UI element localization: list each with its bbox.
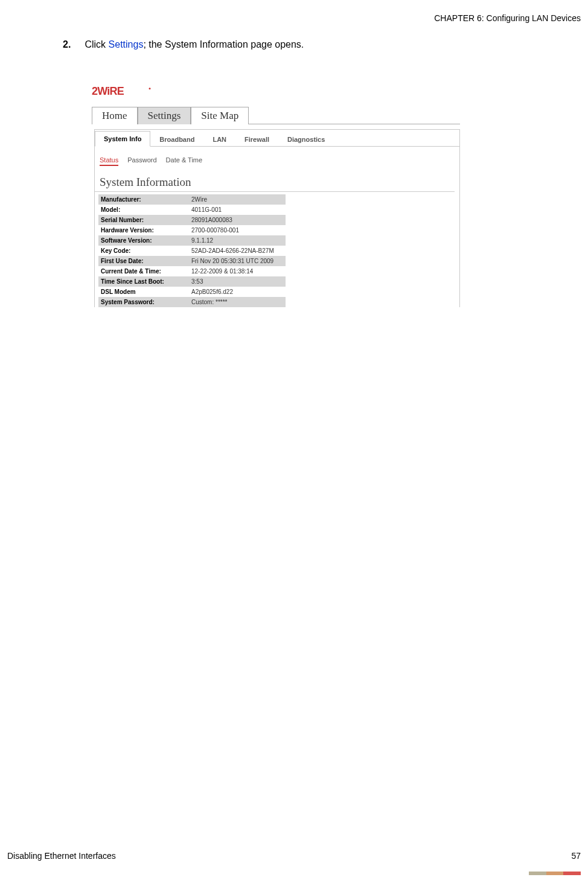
row-label: Current Date & Time:	[98, 266, 189, 276]
row-value: 3:53	[189, 276, 286, 287]
table-row: Manufacturer:2Wire	[98, 194, 286, 205]
row-label: First Use Date:	[98, 256, 189, 266]
two-wire-logo: 2WiRE	[92, 83, 460, 103]
subtab-system-info[interactable]: System Info	[95, 131, 150, 147]
row-label: DSL Modem	[98, 287, 189, 297]
row-value: 4011G-001	[189, 205, 286, 215]
row-label: Software Version:	[98, 235, 189, 246]
primary-tab-bar: Home Settings Site Map	[92, 106, 460, 124]
row-value: 28091A000083	[189, 215, 286, 225]
row-label: Time Since Last Boot:	[98, 276, 189, 287]
footer-color-bar	[529, 872, 581, 875]
table-row: Serial Number:28091A000083	[98, 215, 286, 225]
row-label: Model:	[98, 205, 189, 215]
step-text: Click Settings; the System Information p…	[85, 39, 304, 49]
row-label: Hardware Version:	[98, 225, 189, 235]
row-value: Custom: *****	[189, 297, 286, 307]
section-title: System Information	[95, 167, 455, 192]
nav-date-time[interactable]: Date & Time	[166, 156, 203, 164]
row-value: A2pB025f6.d22	[189, 287, 286, 297]
table-row: First Use Date:Fri Nov 20 05:30:31 UTC 2…	[98, 256, 286, 266]
subtab-lan[interactable]: LAN	[203, 132, 235, 147]
step-pre: Click	[85, 39, 108, 49]
row-label: Serial Number:	[98, 215, 189, 225]
row-value: Fri Nov 20 05:30:31 UTC 2009	[189, 256, 286, 266]
row-value: 12-22-2009 & 01:38:14	[189, 266, 286, 276]
nav-password[interactable]: Password	[127, 156, 156, 164]
table-row: Hardware Version:2700-000780-001	[98, 225, 286, 235]
secondary-tab-bar: System Info Broadband LAN Firewall Diagn…	[95, 130, 459, 147]
table-row: System Password:Custom: *****	[98, 297, 286, 307]
footer-section-title: Disabling Ethernet Interfaces	[7, 851, 116, 861]
tertiary-nav: Status Password Date & Time	[95, 147, 459, 167]
table-row: Time Since Last Boot:3:53	[98, 276, 286, 287]
step-number: 2.	[63, 39, 82, 50]
subtab-firewall[interactable]: Firewall	[235, 132, 278, 147]
table-row: Software Version:9.1.1.12	[98, 235, 286, 246]
svg-point-1	[149, 88, 151, 89]
row-label: Manufacturer:	[98, 194, 189, 205]
table-row: Current Date & Time:12-22-2009 & 01:38:1…	[98, 266, 286, 276]
table-row: Model:4011G-001	[98, 205, 286, 215]
table-row: Key Code:52AD-2AD4-6266-22NA-B27M	[98, 246, 286, 256]
svg-text:2WiRE: 2WiRE	[92, 85, 124, 97]
row-label: Key Code:	[98, 246, 189, 256]
system-info-table: Manufacturer:2WireModel:4011G-001Serial …	[98, 194, 286, 307]
table-row: DSL ModemA2pB025f6.d22	[98, 287, 286, 297]
screenshot-figure: 2WiRE Home Settings Site Map System Info…	[89, 78, 460, 356]
tab-home[interactable]: Home	[92, 107, 138, 124]
tab-settings[interactable]: Settings	[138, 107, 191, 124]
row-value: 2700-000780-001	[189, 225, 286, 235]
instruction-step: 2. Click Settings; the System Informatio…	[63, 39, 564, 50]
nav-status[interactable]: Status	[100, 156, 118, 166]
step-post: ; the System Information page opens.	[143, 39, 304, 49]
row-value: 2Wire	[189, 194, 286, 205]
chapter-header: CHAPTER 6: Configuring LAN Devices	[434, 13, 581, 23]
subtab-diagnostics[interactable]: Diagnostics	[278, 132, 334, 147]
tab-site-map[interactable]: Site Map	[191, 107, 249, 124]
subtab-broadband[interactable]: Broadband	[150, 132, 203, 147]
settings-panel: System Info Broadband LAN Firewall Diagn…	[94, 129, 460, 307]
page-number: 57	[571, 851, 581, 861]
row-value: 9.1.1.12	[189, 235, 286, 246]
row-value: 52AD-2AD4-6266-22NA-B27M	[189, 246, 286, 256]
settings-link[interactable]: Settings	[109, 39, 144, 49]
row-label: System Password:	[98, 297, 189, 307]
